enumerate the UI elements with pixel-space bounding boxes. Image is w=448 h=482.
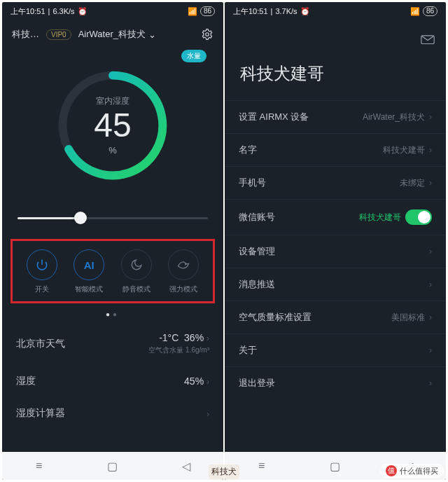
signal-icon: 📶: [410, 7, 420, 16]
calc-label: 湿度计算器: [16, 407, 65, 420]
row-label: 消息推送: [239, 278, 275, 291]
row-value: ›: [429, 378, 432, 388]
watermark: 值 什么值得买: [380, 464, 444, 478]
battery-level: 86: [200, 6, 215, 16]
ai-icon: AI: [74, 249, 104, 280]
air-water-content: 空气含水量 1.6g/m³: [148, 346, 209, 354]
status-net: 3.7K/s: [275, 7, 297, 15]
nav-back-icon[interactable]: ◁: [180, 460, 192, 472]
chevron-right-icon: ›: [429, 247, 432, 256]
row-label: 退出登录: [239, 377, 275, 390]
nav-menu-icon[interactable]: ≡: [33, 460, 46, 472]
power-icon: [27, 249, 57, 280]
mode-label: 开关: [35, 284, 49, 294]
humidity-calc-row[interactable]: 湿度计算器 ›: [2, 397, 223, 429]
alarm-icon: ⏰: [300, 7, 310, 16]
toggle-switch[interactable]: [405, 209, 432, 225]
vip-badge: VIP0: [46, 29, 71, 40]
watermark-text: 什么值得买: [400, 466, 438, 476]
signal-icon: 📶: [188, 7, 197, 16]
svg-point-0: [206, 33, 209, 36]
chevron-right-icon: ›: [429, 345, 432, 355]
row-value: AirWater_科技犬›: [363, 111, 432, 123]
mode-quiet[interactable]: 静音模式: [114, 249, 159, 294]
device-selector[interactable]: AirWater_科技犬 ⌄: [78, 28, 156, 41]
mode-label: 智能模式: [75, 284, 103, 294]
row-label: 设备管理: [239, 245, 275, 258]
row-value: ›: [429, 345, 432, 355]
moon-icon: [121, 249, 152, 280]
watermark-icon: 值: [386, 465, 397, 476]
settings-row-3[interactable]: 微信账号科技犬建哥: [225, 199, 446, 235]
chevron-right-icon: ›: [429, 145, 432, 155]
row-label: 空气质量标准设置: [239, 311, 312, 324]
nav-home-icon[interactable]: ▢: [329, 460, 342, 472]
row-label: 微信账号: [239, 211, 275, 223]
settings-row-5[interactable]: 消息推送›: [225, 268, 446, 301]
svg-point-2: [186, 264, 186, 265]
city-label: 北京市天气: [16, 338, 65, 350]
header-title: 科技…: [12, 28, 39, 41]
mode-label: 强力模式: [169, 284, 197, 294]
device-name: AirWater_科技犬: [78, 28, 146, 41]
settings-row-8[interactable]: 退出登录›: [225, 366, 446, 399]
settings-row-7[interactable]: 关于›: [225, 333, 446, 366]
status-time: 上午10:51: [10, 6, 46, 17]
two-screen-wrap: 上午10:51 | 6.3K/s ⏰ 📶 86 科技… VIP0 AirWate…: [0, 0, 448, 482]
gauge-value: 45: [94, 109, 131, 142]
city-humidity: 36%: [184, 332, 204, 343]
status-time: 上午10:51: [233, 6, 268, 17]
chevron-right-icon: ›: [429, 280, 432, 289]
row-value: 科技犬建哥›: [383, 144, 432, 156]
right-screen: 上午10:51 | 3.7K/s ⏰ 📶 86 科技犬建哥 设置 AIRMX 设…: [225, 2, 446, 480]
chevron-right-icon: ›: [429, 312, 432, 322]
settings-row-1[interactable]: 名字科技犬建哥›: [225, 133, 446, 166]
status-bar: 上午10:51 | 6.3K/s ⏰ 📶 86: [2, 2, 223, 20]
nav-home-icon[interactable]: ▢: [106, 460, 119, 472]
row-value: ›: [429, 280, 432, 289]
row-label: 设置 AIRMX 设备: [239, 111, 309, 123]
humidity-label: 湿度: [16, 375, 36, 387]
city-temp: -1°C: [159, 332, 178, 343]
mode-ai[interactable]: AI 智能模式: [66, 249, 111, 294]
row-value: 未绑定›: [400, 177, 432, 189]
gauge-unit: %: [108, 145, 117, 156]
row-value: 科技犬建哥: [359, 209, 432, 225]
chevron-right-icon: ›: [429, 112, 432, 122]
gauge-label: 室内湿度: [96, 95, 130, 107]
humidity-slider[interactable]: [2, 202, 223, 233]
alarm-icon: ⏰: [78, 7, 88, 16]
row-label: 手机号: [239, 177, 266, 189]
chevron-down-icon: ⌄: [148, 29, 156, 40]
mode-buttons-highlight: 开关 AI 智能模式 静音模式 强力模式: [10, 239, 215, 303]
nav-menu-icon[interactable]: ≡: [255, 460, 268, 472]
row-value: ›: [429, 247, 432, 256]
mode-label: 静音模式: [122, 284, 150, 294]
humidity-value: 45%: [184, 376, 204, 387]
water-badge: 水量: [181, 50, 206, 62]
mail-icon[interactable]: [421, 34, 435, 44]
settings-row-6[interactable]: 空气质量标准设置美国标准›: [225, 301, 446, 333]
chevron-right-icon: ›: [429, 378, 432, 388]
settings-row-2[interactable]: 手机号未绑定›: [225, 166, 446, 199]
mode-power[interactable]: 开关: [20, 249, 64, 294]
left-screen: 上午10:51 | 6.3K/s ⏰ 📶 86 科技… VIP0 AirWate…: [2, 2, 223, 480]
row-label: 名字: [239, 144, 257, 156]
status-bar: 上午10:51 | 3.7K/s ⏰ 📶 86: [225, 2, 446, 20]
battery-level: 86: [423, 6, 438, 16]
humidity-row[interactable]: 湿度 45% ›: [2, 365, 223, 397]
settings-row-4[interactable]: 设备管理›: [225, 235, 446, 268]
page-dots: ●●: [2, 308, 223, 322]
row-value: 美国标准›: [391, 312, 432, 324]
gear-icon[interactable]: [201, 28, 214, 41]
profile-title: 科技犬建哥: [225, 20, 446, 100]
mode-strong[interactable]: 强力模式: [161, 249, 206, 294]
settings-row-0[interactable]: 设置 AIRMX 设备AirWater_科技犬›: [225, 100, 446, 133]
whale-icon: [168, 249, 199, 280]
weather-row[interactable]: 北京市天气 -1°C 36% › 空气含水量 1.6g/m³: [2, 322, 223, 365]
humidity-gauge: 水量 室内湿度 45 %: [2, 48, 223, 202]
chevron-right-icon: ›: [429, 178, 432, 188]
status-net: 6.3K/s: [52, 7, 74, 15]
row-label: 关于: [239, 344, 257, 357]
android-nav-bar: ≡ ▢ ◁: [2, 452, 223, 480]
